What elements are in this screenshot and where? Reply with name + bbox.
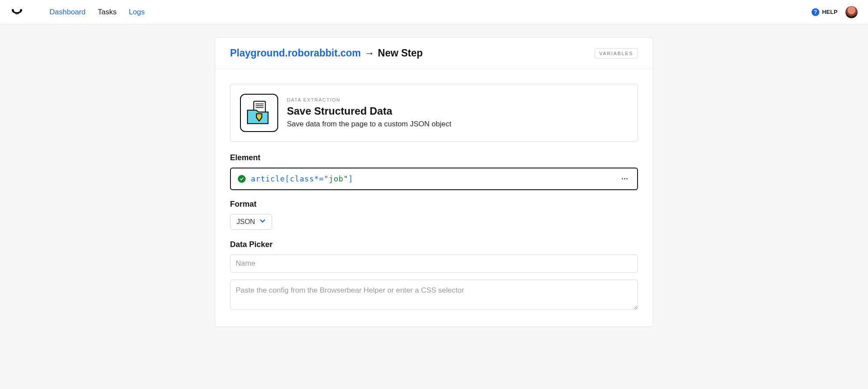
format-select[interactable]: JSON [230, 214, 272, 230]
step-title: Save Structured Data [287, 105, 451, 117]
avatar[interactable] [845, 6, 858, 18]
format-label: Format [230, 200, 638, 209]
data-picker-label: Data Picker [230, 240, 638, 249]
breadcrumb: Playground.roborabbit.com → New Step [230, 47, 423, 59]
help-label: HELP [822, 9, 838, 15]
variables-button[interactable]: VARIABLES [595, 48, 638, 59]
step-card: Playground.roborabbit.com → New Step VAR… [215, 37, 653, 327]
nav-dashboard[interactable]: Dashboard [49, 8, 85, 16]
data-picker-name-input[interactable] [230, 254, 638, 273]
nav-tasks[interactable]: Tasks [98, 8, 116, 16]
step-category: DATA EXTRACTION [287, 97, 451, 102]
card-body: DATA EXTRACTION Save Structured Data Sav… [215, 69, 653, 326]
step-description: Save data from the page to a custom JSON… [287, 120, 451, 129]
logo[interactable] [10, 8, 23, 16]
main-nav: Dashboard Tasks Logs [49, 8, 145, 16]
page: Playground.roborabbit.com → New Step VAR… [0, 24, 868, 353]
step-folder-icon [240, 94, 278, 132]
format-field: Format JSON [230, 200, 638, 230]
breadcrumb-site-link[interactable]: Playground.roborabbit.com [230, 47, 361, 59]
card-header: Playground.roborabbit.com → New Step VAR… [215, 38, 653, 69]
help-button[interactable]: ? HELP [812, 8, 838, 16]
breadcrumb-current: New Step [378, 47, 423, 59]
chevron-down-icon [260, 218, 266, 226]
bear-logo-icon [10, 8, 23, 16]
step-meta: DATA EXTRACTION Save Structured Data Sav… [287, 97, 451, 129]
element-label: Element [230, 153, 638, 162]
topbar: Dashboard Tasks Logs ? HELP [0, 0, 868, 24]
data-picker-config-input[interactable] [230, 280, 638, 310]
help-icon: ? [812, 8, 819, 16]
format-select-value: JSON [237, 218, 255, 226]
topbar-left: Dashboard Tasks Logs [10, 8, 145, 16]
valid-check-icon [238, 175, 246, 183]
breadcrumb-arrow-icon: → [365, 47, 375, 59]
element-input[interactable]: article[class*="job"] ··· [230, 168, 638, 190]
step-summary: DATA EXTRACTION Save Structured Data Sav… [230, 84, 638, 142]
element-selector-code: article[class*="job"] [251, 175, 615, 183]
element-more-icon[interactable]: ··· [620, 175, 630, 183]
nav-logs[interactable]: Logs [129, 8, 145, 16]
topbar-right: ? HELP [812, 6, 858, 18]
